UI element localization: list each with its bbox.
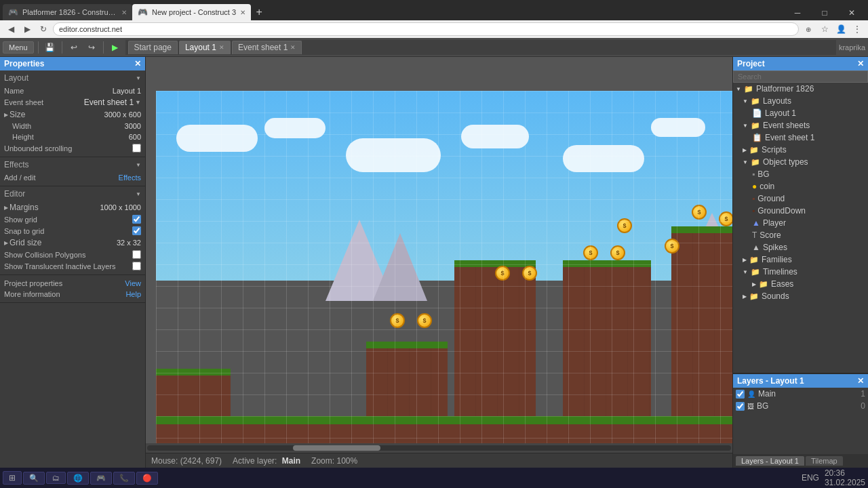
layers-close[interactable]: ✕ [857,376,864,386]
tab-bar: 🎮 Platformer 1826 - Construct 3 ✕ 🎮 New … [0,0,868,20]
toolbar-separator-2 [62,41,62,54]
effects-section: Effects ▼ Add / edit Effects [0,157,145,186]
tree-coin[interactable]: ● coin [733,180,868,192]
mountain-2 [373,233,427,301]
tree-eventsheet1[interactable]: 📋 Event sheet 1 [733,131,868,144]
tab1-favicon: 🎮 [8,7,18,17]
save-icon-btn[interactable]: 💾 [43,40,58,55]
layer-main[interactable]: 👤 Main 1 [733,388,868,400]
tree-platformer1826[interactable]: ▼ 📁 Platformer 1826 [733,83,868,95]
redo-button[interactable]: ↪ [84,40,99,55]
project-close[interactable]: ✕ [857,59,864,68]
game-canvas[interactable]: $ $ $ $ $ $ $ $ $ $ $ $ $ $ [156,91,732,443]
tab-layout1[interactable]: Layout 1 ✕ [179,41,231,54]
file-explorer-btn[interactable]: 🗂 [46,472,66,484]
tab-eventsheet1[interactable]: Event sheet 1 ✕ [232,41,302,54]
tree-objecttypes[interactable]: ▼ 📁 Object types [733,156,868,168]
platform-3-grass [454,260,536,267]
tree-scripts[interactable]: ▶ 📁 Scripts [733,144,868,156]
app-tab-bar: Start page Layout 1 ✕ Event sheet 1 ✕ [125,40,836,55]
search-taskbar[interactable]: 🔍 [23,472,45,485]
forward-button[interactable]: ▶ [20,22,34,36]
tab1-close[interactable]: ✕ [121,9,127,16]
timelines-expand: ▼ [743,269,748,275]
event-sheet-dropdown[interactable]: ▼ [135,99,141,106]
menu-button[interactable]: Menu [3,41,34,54]
layout1-close[interactable]: ✕ [219,44,224,51]
extensions-button[interactable]: ⊕ [802,22,815,36]
layouts-expand: ▼ [743,98,748,104]
menu-button[interactable]: ⋮ [850,22,864,36]
tree-families[interactable]: ▶ 📁 Families [733,253,868,266]
tree-player[interactable]: ▲ Player [733,217,868,229]
project-section: Project properties View More information… [0,275,145,303]
properties-close[interactable]: ✕ [134,59,141,68]
undo-button[interactable]: ↩ [66,40,81,55]
show-grid-checkbox[interactable] [132,215,141,224]
platform-5 [671,226,732,416]
tree-layout1[interactable]: 📄 Layout 1 [733,107,868,119]
platform-1 [156,369,231,416]
project-panel: Project ✕ ▼ 📁 Platformer 1826 ▼ 📁 [732,57,868,468]
tree-eventsheets[interactable]: ▼ 📁 Event sheets [733,119,868,131]
coin-7: $ [617,218,632,233]
layer-main-visible[interactable] [736,390,745,399]
canvas-area[interactable]: $ $ $ $ $ $ $ $ $ $ $ $ $ $ [146,57,732,468]
grounddown-icon: ▪ [752,206,755,216]
star-button[interactable]: ☆ [818,22,831,36]
p5-grid [671,233,732,416]
h-scrollbar[interactable] [146,443,732,453]
tree-eases[interactable]: ▶ 📁 Eases [733,278,868,290]
spikes-icon: ▲ [752,243,760,252]
effects-link[interactable]: Effects [119,174,141,182]
tree-grounddown[interactable]: ▪ GroundDown [733,205,868,217]
tree-layouts[interactable]: ▼ 📁 Layouts [733,95,868,107]
maximize-button[interactable]: □ [811,5,838,20]
tree-bg[interactable]: ▪ BG [733,168,868,180]
layers-tab[interactable]: Layers - Layout 1 [736,456,804,466]
unbounded-checkbox[interactable] [132,144,141,152]
timelines-folder: 📁 [751,268,760,277]
tilemap-tab[interactable]: Tilemap [806,456,843,466]
game-taskbar-btn[interactable]: 🎮 [90,472,112,485]
tab-start-page[interactable]: Start page [128,41,178,54]
back-button[interactable]: ◀ [4,22,18,36]
translucent-checkbox[interactable] [132,262,141,270]
tab2-close[interactable]: ✕ [240,9,245,16]
browser-tab-1[interactable]: 🎮 Platformer 1826 - Construct 3 ✕ [3,4,132,20]
eventsheet1-close[interactable]: ✕ [290,44,296,51]
project-search[interactable] [733,70,868,83]
snap-to-grid-checkbox[interactable] [132,226,141,235]
tree-timelines[interactable]: ▼ 📁 Timelines [733,266,868,278]
phone-taskbar-btn[interactable]: 📞 [113,472,135,485]
h-scrollbar-thumb[interactable] [293,445,380,451]
red-taskbar-btn[interactable]: 🔴 [136,472,158,485]
profile-button[interactable]: 👤 [834,22,848,36]
tree-spikes[interactable]: ▲ Spikes [733,241,868,253]
address-bar[interactable]: editor.construct.net [53,22,799,36]
reload-button[interactable]: ↻ [37,22,50,36]
grid-size-row: ▶ Grid size 32 x 32 [4,237,141,249]
tree-ground[interactable]: ▪ Ground [733,192,868,205]
minimize-button[interactable]: ─ [784,5,811,20]
h-scrollbar-track[interactable] [147,445,731,451]
new-tab-button[interactable]: + [251,4,267,20]
layer-bg-visible[interactable] [736,402,745,411]
start-button[interactable]: ⊞ [3,471,22,485]
layout-arrow: ▼ [136,75,141,81]
layer-bg[interactable]: 🖼 BG 0 [733,400,868,412]
active-layer-label: Active layer: Main [233,456,300,466]
browser-taskbar-btn[interactable]: 🌐 [67,472,89,485]
close-button[interactable]: ✕ [838,5,865,20]
tree-sounds[interactable]: ▶ 📁 Sounds [733,290,868,302]
coin-6: $ [610,245,625,260]
browser-tab-2[interactable]: 🎮 New project - Construct 3 ✕ [132,4,251,20]
tree-score[interactable]: T Score [733,229,868,241]
project-props-link[interactable]: View [125,279,141,287]
more-info-link[interactable]: Help [125,290,141,298]
objects-expand: ▼ [743,159,748,165]
families-folder: 📁 [749,256,759,264]
play-button[interactable]: ▶ [108,40,123,55]
collision-checkbox[interactable] [132,250,141,259]
platform-1-grass [156,369,231,375]
